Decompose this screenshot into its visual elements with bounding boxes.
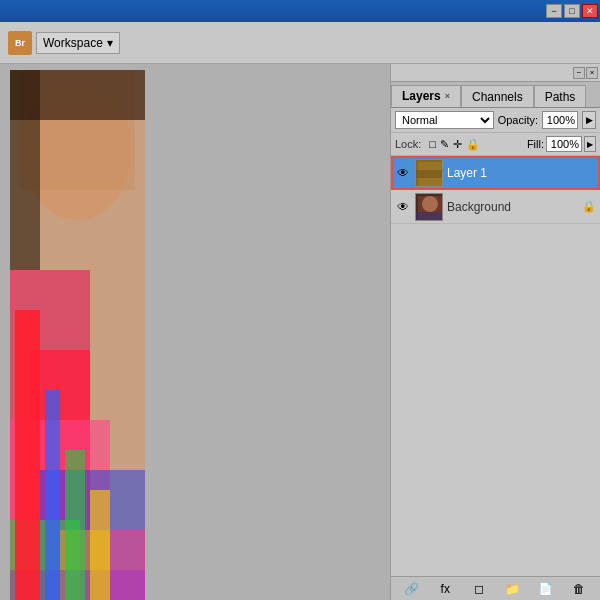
workspace-button[interactable]: Workspace ▾: [36, 32, 120, 54]
layer1-name: Layer 1: [447, 166, 596, 180]
lock-row: Lock: □ ✎ ✛ 🔒 Fill: ▶: [391, 133, 600, 156]
tab-channels[interactable]: Channels: [461, 85, 534, 107]
workspace-label: Workspace: [43, 36, 103, 50]
opacity-input[interactable]: [542, 111, 578, 129]
canvas-svg: [10, 70, 145, 600]
layer-item-layer1[interactable]: 👁 Layer 1: [391, 156, 600, 190]
lock-move-icon[interactable]: ✛: [453, 138, 462, 151]
lock-icons: □ ✎ ✛ 🔒: [429, 138, 480, 151]
svg-rect-19: [416, 170, 443, 178]
background-layer-name: Background: [447, 200, 578, 214]
lock-transparent-icon[interactable]: □: [429, 138, 436, 151]
opacity-arrow-button[interactable]: ▶: [582, 111, 596, 129]
toolbar: Br Workspace ▾: [0, 22, 600, 64]
svg-rect-13: [45, 390, 60, 600]
layer-thumb-layer1: [415, 159, 443, 187]
mask-icon[interactable]: ◻: [470, 580, 488, 598]
layers-list: 👁 Layer 1 👁: [391, 156, 600, 576]
panel-title-buttons: − ×: [573, 67, 598, 79]
fx-label: fx: [441, 582, 450, 596]
tab-channels-label: Channels: [472, 90, 523, 104]
group-icon[interactable]: 📁: [503, 580, 521, 598]
canvas-image: [10, 70, 145, 600]
svg-rect-16: [110, 530, 145, 600]
tab-layers-label: Layers: [402, 89, 441, 103]
link-icon[interactable]: 🔗: [403, 580, 421, 598]
fill-input[interactable]: [546, 136, 582, 152]
minimize-button[interactable]: −: [546, 4, 562, 18]
blend-mode-select[interactable]: Normal: [395, 111, 494, 129]
maximize-button[interactable]: □: [564, 4, 580, 18]
main-area: − × Layers × Channels Paths Normal Opaci…: [0, 64, 600, 600]
layers-panel: − × Layers × Channels Paths Normal Opaci…: [390, 64, 600, 600]
svg-rect-15: [90, 490, 110, 600]
tab-layers[interactable]: Layers ×: [391, 85, 461, 107]
panel-close-button[interactable]: ×: [586, 67, 598, 79]
close-button[interactable]: ✕: [582, 4, 598, 18]
fill-label: Fill:: [527, 138, 544, 150]
background-lock-icon: 🔒: [582, 200, 596, 213]
fx-icon[interactable]: fx: [436, 580, 454, 598]
svg-point-22: [422, 196, 438, 212]
svg-rect-23: [416, 212, 443, 221]
delete-layer-icon[interactable]: 🗑: [570, 580, 588, 598]
panel-minimize-button[interactable]: −: [573, 67, 585, 79]
svg-rect-11: [10, 70, 40, 270]
mode-row: Normal Opacity: ▶: [391, 108, 600, 133]
workspace-arrow-icon: ▾: [107, 36, 113, 50]
tab-paths[interactable]: Paths: [534, 85, 587, 107]
svg-rect-12: [15, 310, 40, 600]
eye-icon-layer1[interactable]: 👁: [395, 165, 411, 181]
tab-paths-label: Paths: [545, 90, 576, 104]
fill-section: Fill: ▶: [527, 136, 596, 152]
panel-title-bar: − ×: [391, 64, 600, 82]
lock-paint-icon[interactable]: ✎: [440, 138, 449, 151]
new-layer-icon[interactable]: 📄: [537, 580, 555, 598]
panel-bottom: 🔗 fx ◻ 📁 📄 🗑: [391, 576, 600, 600]
svg-rect-14: [65, 450, 85, 600]
lock-all-icon[interactable]: 🔒: [466, 138, 480, 151]
layer-thumb-background: [415, 193, 443, 221]
layer-item-background[interactable]: 👁 Background 🔒: [391, 190, 600, 224]
lock-label: Lock:: [395, 138, 421, 150]
tabs-row: Layers × Channels Paths: [391, 82, 600, 108]
title-bar: − □ ✕: [0, 0, 600, 22]
opacity-label: Opacity:: [498, 114, 538, 126]
canvas-area: [0, 64, 390, 600]
tab-layers-close[interactable]: ×: [445, 91, 450, 101]
bridge-icon: Br: [8, 31, 32, 55]
fill-arrow-button[interactable]: ▶: [584, 136, 596, 152]
title-bar-buttons: − □ ✕: [546, 4, 598, 18]
eye-icon-background[interactable]: 👁: [395, 199, 411, 215]
